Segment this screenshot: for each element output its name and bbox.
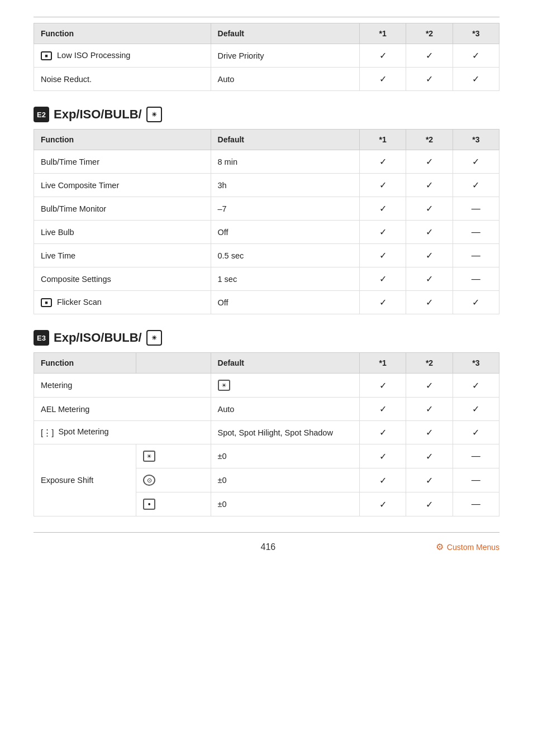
- e2-table: Function Default *1 *2 *3 Bulb/Time Time…: [34, 129, 499, 314]
- metering-icon: ☀: [218, 380, 230, 391]
- table-row: Noise Reduct. Auto ✓ ✓ ✓: [34, 68, 499, 91]
- star1-cell: ✓: [360, 244, 406, 267]
- page-number: 416: [101, 542, 436, 552]
- star2-cell: ✓: [406, 267, 453, 291]
- top-table: Function Default *1 *2 *3 ■ Low ISO Proc…: [34, 23, 499, 91]
- star1-cell: ✓: [360, 197, 406, 221]
- default-cell: Off: [211, 221, 360, 244]
- circle-dot-icon: ⊙: [143, 475, 155, 486]
- table-row: ■ Low ISO Processing Drive Priority ✓ ✓ …: [34, 44, 499, 68]
- col-star1: *1: [360, 23, 406, 44]
- default-cell: 0.5 sec: [211, 244, 360, 267]
- col-star2: *2: [406, 130, 453, 150]
- star1-cell: ✓: [360, 291, 406, 314]
- sub-icon-circle: ⊙: [136, 468, 211, 492]
- col-default: Default: [211, 23, 360, 44]
- footer: 416 ⚙ Custom Menus: [34, 532, 499, 552]
- default-cell: –7: [211, 197, 360, 221]
- star2-cell: ✓: [406, 244, 453, 267]
- exposure-shift-label: Exposure Shift: [34, 444, 136, 516]
- sub-icon-grid: ☀: [136, 444, 211, 468]
- star3-cell: ✓: [453, 398, 499, 421]
- star1-cell: ✓: [360, 492, 406, 516]
- function-cell: Live Bulb: [34, 221, 211, 244]
- function-cell: Noise Reduct.: [34, 68, 211, 91]
- col-function: Function: [34, 353, 136, 374]
- star2-cell: ✓: [406, 374, 453, 398]
- col-default: Default: [211, 353, 360, 374]
- function-cell: Bulb/Time Monitor: [34, 197, 211, 221]
- star1-cell: ✓: [360, 444, 406, 468]
- default-cell: Drive Priority: [211, 44, 360, 68]
- col-star1: *1: [360, 353, 406, 374]
- star3-cell: ✓: [453, 150, 499, 174]
- col-default: Default: [211, 130, 360, 150]
- default-cell: Off: [211, 291, 360, 314]
- star1-cell: ✓: [360, 44, 406, 68]
- col-star3: *3: [453, 130, 499, 150]
- default-cell: Spot, Spot Hilight, Spot Shadow: [211, 421, 360, 444]
- table-row: AEL Metering Auto ✓ ✓ ✓: [34, 398, 499, 421]
- star3-cell: ✓: [453, 291, 499, 314]
- default-cell: Auto: [211, 398, 360, 421]
- table-row: Live Time 0.5 sec ✓ ✓ —: [34, 244, 499, 267]
- star3-cell: —: [453, 444, 499, 468]
- star1-cell: ✓: [360, 68, 406, 91]
- table-row: Exposure Shift ☀ ±0 ✓ ✓ —: [34, 444, 499, 468]
- table-row: Metering ☀ ✓ ✓ ✓: [34, 374, 499, 398]
- table-row: Bulb/Time Monitor –7 ✓ ✓ —: [34, 197, 499, 221]
- star2-cell: ✓: [406, 444, 453, 468]
- col-star3: *3: [453, 353, 499, 374]
- function-cell: ■ Low ISO Processing: [34, 44, 211, 68]
- function-cell: [⋮] Spot Metering: [34, 421, 211, 444]
- e3-table: Function Default *1 *2 *3 Metering ☀ ✓ ✓…: [34, 352, 499, 516]
- star3-cell: —: [453, 244, 499, 267]
- default-cell: ±0: [211, 444, 360, 468]
- e3-title: Exp/ISO/BULB/: [54, 331, 142, 345]
- default-cell: ±0: [211, 492, 360, 516]
- col-sub: [136, 353, 211, 374]
- star3-cell: ✓: [453, 374, 499, 398]
- table-row: Live Composite Timer 3h ✓ ✓ ✓: [34, 174, 499, 197]
- star3-cell: —: [453, 221, 499, 244]
- star1-cell: ✓: [360, 267, 406, 291]
- star3-cell: ✓: [453, 44, 499, 68]
- col-function: Function: [34, 23, 211, 44]
- section-e2-heading: E2 Exp/ISO/BULB/ ☀: [34, 107, 499, 122]
- star1-cell: ✓: [360, 150, 406, 174]
- function-cell: ■ Flicker Scan: [34, 291, 211, 314]
- sub-icon-dot: •: [136, 492, 211, 516]
- function-cell: Bulb/Time Timer: [34, 150, 211, 174]
- table-row: [⋮] Spot Metering Spot, Spot Hilight, Sp…: [34, 421, 499, 444]
- col-star1: *1: [360, 130, 406, 150]
- star2-cell: ✓: [406, 68, 453, 91]
- col-function: Function: [34, 130, 211, 150]
- star2-cell: ✓: [406, 221, 453, 244]
- col-star2: *2: [406, 23, 453, 44]
- default-cell: 1 sec: [211, 267, 360, 291]
- default-cell: ☀: [211, 374, 360, 398]
- function-cell: Live Time: [34, 244, 211, 267]
- e3-badge: E3: [34, 330, 49, 346]
- grid-icon: ☀: [143, 451, 155, 462]
- star3-cell: ✓: [453, 421, 499, 444]
- star1-cell: ✓: [360, 174, 406, 197]
- custom-menus-link[interactable]: ⚙ Custom Menus: [436, 542, 499, 552]
- star3-cell: —: [453, 492, 499, 516]
- function-cell: Composite Settings: [34, 267, 211, 291]
- e2-badge: E2: [34, 107, 49, 122]
- gear-icon: ⚙: [436, 542, 444, 552]
- table-row: Live Bulb Off ✓ ✓ —: [34, 221, 499, 244]
- default-cell: Auto: [211, 68, 360, 91]
- e2-title: Exp/ISO/BULB/: [54, 107, 142, 122]
- table-row: ■ Flicker Scan Off ✓ ✓ ✓: [34, 291, 499, 314]
- star2-cell: ✓: [406, 174, 453, 197]
- e3-icon-box: ☀: [146, 330, 162, 346]
- star1-cell: ✓: [360, 221, 406, 244]
- camera-icon: ■: [41, 298, 52, 307]
- col-star3: *3: [453, 23, 499, 44]
- star3-cell: —: [453, 468, 499, 492]
- function-cell: AEL Metering: [34, 398, 211, 421]
- star3-cell: —: [453, 197, 499, 221]
- e2-icon-box: ☀: [146, 107, 162, 122]
